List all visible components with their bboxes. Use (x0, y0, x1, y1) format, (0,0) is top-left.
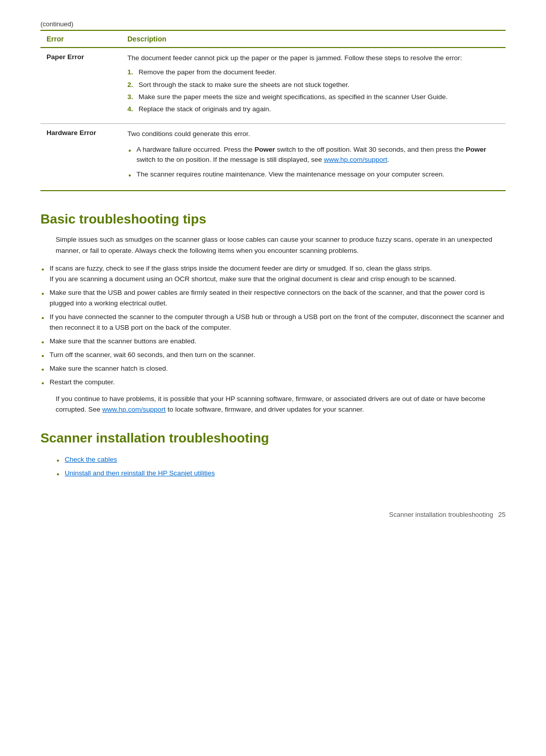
table-row: Hardware Error Two conditions could gene… (40, 124, 506, 191)
continued-label: (continued) (40, 20, 506, 28)
footer-page-number: 25 (498, 511, 506, 518)
scanner-installation-section: Scanner installation troubleshooting Che… (40, 430, 506, 480)
list-item: Make sure that the scanner buttons are e… (40, 335, 506, 348)
list-item: Make sure the scanner hatch is closed. (40, 362, 506, 376)
list-item: A hardware failure occurred. Press the P… (127, 143, 499, 168)
error-name-paper: Paper Error (40, 48, 121, 124)
hardware-error-intro: Two conditions could generate this error… (127, 129, 499, 139)
table-header-description: Description (121, 30, 506, 48)
list-item: If scans are fuzzy, check to see if the … (40, 262, 506, 286)
table-header-error: Error (40, 30, 121, 48)
paper-error-steps: 1.Remove the paper from the document fee… (127, 66, 499, 115)
error-table: Error Description Paper Error The docume… (40, 30, 506, 191)
list-item: Restart the computer. (40, 376, 506, 389)
footer-label: Scanner installation troubleshooting (389, 511, 493, 518)
list-item: If you have connected the scanner to the… (40, 310, 506, 335)
basic-troubleshooting-heading: Basic troubleshooting tips (40, 211, 506, 227)
basic-troubleshooting-intro: Simple issues such as smudges on the sca… (56, 234, 506, 256)
list-item: Make sure that the USB and power cables … (40, 286, 506, 310)
hp-support-link-basic[interactable]: www.hp.com/support (102, 406, 165, 413)
list-item: 2.Sort through the stack to make sure th… (127, 79, 499, 91)
scanner-installation-heading: Scanner installation troubleshooting (40, 430, 506, 446)
hardware-error-bullets: A hardware failure occurred. Press the P… (127, 143, 499, 183)
list-item: 4.Replace the stack of originals and try… (127, 103, 499, 115)
list-item: 3.Make sure the paper meets the size and… (127, 91, 499, 103)
paper-error-intro: The document feeder cannot pick up the p… (127, 53, 499, 63)
error-name-hardware: Hardware Error (40, 124, 121, 191)
scanner-installation-links: Check the cables Uninstall and then rein… (56, 453, 506, 480)
basic-troubleshooting-section: Basic troubleshooting tips Simple issues… (40, 211, 506, 415)
hp-support-link-hardware[interactable]: www.hp.com/support (324, 156, 387, 163)
error-desc-paper: The document feeder cannot pick up the p… (121, 48, 506, 124)
basic-troubleshooting-footer: If you continue to have problems, it is … (56, 393, 506, 415)
page-footer: Scanner installation troubleshooting 25 (40, 511, 506, 518)
list-item: Uninstall and then reinstall the HP Scan… (56, 467, 506, 480)
list-item: The scanner requires routine maintenance… (127, 167, 499, 182)
list-item: Turn off the scanner, wait 60 seconds, a… (40, 348, 506, 362)
table-row: Paper Error The document feeder cannot p… (40, 48, 506, 124)
list-item: Check the cables (56, 453, 506, 467)
basic-troubleshooting-bullets: If scans are fuzzy, check to see if the … (40, 262, 506, 389)
list-item: 1.Remove the paper from the document fee… (127, 66, 499, 78)
reinstall-utilities-link[interactable]: Uninstall and then reinstall the HP Scan… (65, 469, 215, 477)
error-desc-hardware: Two conditions could generate this error… (121, 124, 506, 191)
check-cables-link[interactable]: Check the cables (65, 456, 117, 463)
